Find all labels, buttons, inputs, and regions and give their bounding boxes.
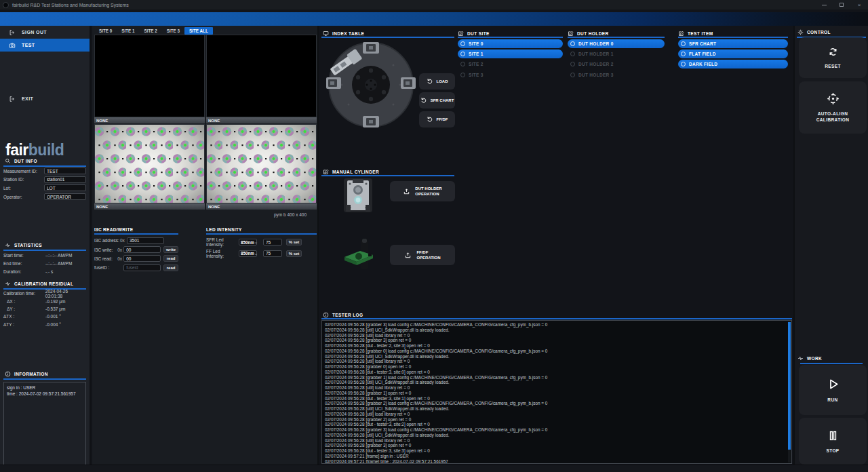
auto-align-line2: CALIBRATION bbox=[816, 117, 850, 122]
dut-site-option-3[interactable]: SITE 3 bbox=[458, 71, 563, 79]
pulse-icon bbox=[797, 355, 804, 361]
fuse-id-read-button[interactable]: read bbox=[163, 264, 178, 271]
log-scrollbar-thumb[interactable] bbox=[788, 322, 791, 450]
ffdf-operation-button[interactable]: FF/DF OPERATION bbox=[390, 245, 455, 265]
edit-icon bbox=[458, 31, 464, 37]
dut-holder-operation-line1: DUT HOLDER bbox=[415, 186, 441, 191]
calibration-residual-title: CALIBRATION RESIDUAL bbox=[14, 281, 73, 286]
calibration-time-value: 2024-04-26 03:01:38 bbox=[45, 289, 86, 298]
duration-value: -.- s bbox=[45, 269, 53, 274]
sign-out-label: SIGN OUT bbox=[22, 30, 47, 35]
delta-y-label: ΔY : bbox=[3, 307, 45, 311]
i3c-address-field[interactable] bbox=[127, 237, 164, 244]
tab-site-2[interactable]: SITE 2 bbox=[140, 27, 162, 35]
ff-led-set-button[interactable]: % set bbox=[286, 250, 302, 257]
calibration-time-label: Calibration time: bbox=[3, 291, 45, 296]
crosshair-icon bbox=[827, 92, 840, 105]
rotate-icon bbox=[427, 78, 433, 85]
log-scrollbar[interactable] bbox=[788, 321, 791, 463]
camera-1-status: NONE bbox=[206, 117, 317, 123]
i3c-write-button[interactable]: write bbox=[163, 246, 178, 253]
test-item-option-1[interactable]: FLAT FIELD bbox=[678, 50, 788, 58]
station-id-row: Station ID: bbox=[0, 176, 90, 184]
maximize-button[interactable] bbox=[833, 0, 850, 9]
monitor-icon bbox=[323, 31, 329, 37]
test-item-title: TEST ITEM bbox=[688, 31, 713, 36]
section-underline bbox=[568, 37, 665, 38]
tab-site-0[interactable]: SITE 0 bbox=[94, 27, 117, 35]
test-item-option-2[interactable]: DARK FIELD bbox=[678, 60, 788, 68]
dut-holder-list: DUT HOLDER 0 DUT HOLDER 1 DUT HOLDER 2 D… bbox=[568, 39, 665, 81]
dut-site-option-2-label: SITE 2 bbox=[469, 62, 484, 66]
dut-site-option-2[interactable]: SITE 2 bbox=[458, 60, 563, 68]
tab-site-all[interactable]: SITE ALL bbox=[184, 27, 213, 35]
test-item-option-0[interactable]: SFR CHART bbox=[678, 39, 788, 48]
delta-x-label: ΔX : bbox=[3, 299, 45, 304]
right-panel: CONTROL RESET AUTO-ALIGN CALIBRATION WOR bbox=[793, 26, 868, 465]
information-title: INFORMATION bbox=[14, 372, 48, 376]
lot-label: Lot: bbox=[3, 186, 44, 191]
dut-holder-option-2[interactable]: DUT HOLDER 2 bbox=[568, 60, 665, 68]
play-icon bbox=[826, 377, 840, 391]
gear-icon bbox=[797, 29, 804, 35]
dut-holder-option-1-label: DUT HOLDER 1 bbox=[578, 52, 614, 56]
operator-field[interactable] bbox=[44, 193, 86, 200]
auto-align-calibration-button[interactable]: AUTO-ALIGN CALIBRATION bbox=[799, 81, 867, 134]
dut-site-option-1[interactable]: SITE 1 bbox=[458, 50, 563, 58]
dut-holder-option-1[interactable]: DUT HOLDER 1 bbox=[568, 50, 665, 58]
radio-icon bbox=[460, 52, 465, 56]
fuse-id-field[interactable] bbox=[123, 264, 161, 271]
nav-item-test[interactable]: TEST bbox=[0, 39, 90, 52]
ffdf-button[interactable]: FF/DF bbox=[419, 111, 455, 127]
ff-led-label: FF Led Intensity: bbox=[206, 249, 239, 258]
dut-holder-option-3-label: DUT HOLDER 3 bbox=[578, 73, 614, 77]
sfr-chart-button[interactable]: SFR CHART bbox=[419, 92, 455, 109]
dut-info-section: DUT INFO Measurement ID: Station ID: Lot… bbox=[0, 157, 90, 201]
ff-led-wavelength-value: 850nm bbox=[241, 251, 254, 256]
test-item-header: TEST ITEM bbox=[678, 30, 713, 37]
lot-field[interactable] bbox=[44, 184, 86, 191]
ffdf-operation-line2: OPERATION bbox=[416, 256, 440, 260]
sfr-led-set-button[interactable]: % set bbox=[286, 239, 302, 245]
tester-log-box[interactable]: 02/07/2024 09:56:28 [grabber 3] load con… bbox=[321, 320, 792, 464]
start-time-label: Start time: bbox=[3, 253, 45, 258]
tab-site-3[interactable]: SITE 3 bbox=[162, 27, 184, 35]
stop-button[interactable]: STOP bbox=[799, 418, 867, 465]
window-controls: × bbox=[815, 0, 868, 9]
dut-holder-option-0[interactable]: DUT HOLDER 0 bbox=[568, 39, 665, 48]
station-id-field[interactable] bbox=[44, 176, 86, 183]
i3c-read-field[interactable] bbox=[123, 255, 161, 262]
sfr-led-wavelength-value: 850nm bbox=[241, 240, 254, 245]
i3c-address-row: I3C address: 0x bbox=[94, 236, 178, 245]
close-button[interactable]: × bbox=[850, 0, 868, 9]
sfr-led-intensity-field[interactable] bbox=[263, 239, 282, 245]
exit-button[interactable]: EXIT bbox=[0, 92, 90, 105]
test-item-option-2-label: DARK FIELD bbox=[689, 62, 717, 66]
sfr-chart-image bbox=[95, 125, 204, 203]
ff-led-wavelength-select[interactable]: 850nm⌄ bbox=[239, 250, 257, 257]
dut-holder-header: DUT HOLDER bbox=[568, 30, 609, 37]
dut-site-option-0[interactable]: SITE 0 bbox=[458, 39, 563, 48]
dut-holder-option-3[interactable]: DUT HOLDER 3 bbox=[568, 71, 665, 79]
sfr-led-wavelength-select[interactable]: 850nm⌄ bbox=[239, 239, 257, 245]
i3c-write-field[interactable] bbox=[123, 246, 161, 253]
run-button[interactable]: RUN bbox=[799, 365, 867, 415]
load-button[interactable]: LOAD bbox=[419, 73, 455, 90]
load-label: LOAD bbox=[437, 79, 448, 83]
ffdf-cylinder-image bbox=[342, 239, 375, 271]
radio-icon bbox=[681, 62, 686, 66]
dut-holder-operation-button[interactable]: DUT HOLDER OPERATION bbox=[390, 181, 455, 201]
tab-site-1[interactable]: SITE 1 bbox=[117, 27, 139, 35]
reset-label: RESET bbox=[825, 63, 841, 69]
nav-test-label: TEST bbox=[22, 43, 35, 47]
ff-led-intensity-field[interactable] bbox=[263, 250, 282, 257]
i3c-read-button[interactable]: read bbox=[163, 255, 178, 262]
section-underline bbox=[321, 318, 792, 319]
measurement-id-field[interactable] bbox=[44, 168, 86, 174]
sign-out-button[interactable]: SIGN OUT bbox=[0, 26, 90, 39]
minimize-button[interactable] bbox=[815, 0, 833, 9]
delta-y-value: -0.537 μm bbox=[45, 307, 65, 311]
radio-icon bbox=[681, 41, 686, 46]
reset-button[interactable]: RESET bbox=[799, 37, 867, 78]
calibration-residual-section: CALIBRATION RESIDUAL Calibration time:20… bbox=[0, 280, 90, 328]
